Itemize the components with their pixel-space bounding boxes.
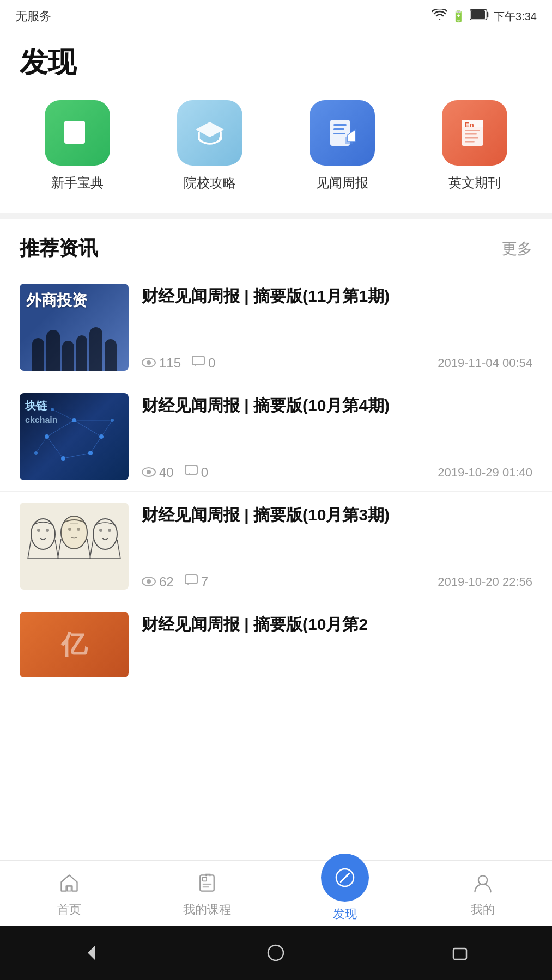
svg-rect-10 bbox=[333, 133, 345, 134]
news-thumbnail-1: 外商投资 bbox=[20, 284, 129, 371]
eye-icon-3 bbox=[142, 574, 156, 590]
eye-icon-2 bbox=[142, 465, 156, 480]
news-title-3: 财经见闻周报 | 摘要版(10月第3期) bbox=[142, 503, 532, 527]
news-item-2[interactable]: 块链ckchain bbox=[0, 382, 552, 492]
svg-line-38 bbox=[101, 420, 112, 437]
svg-point-74 bbox=[268, 945, 283, 960]
svg-rect-3 bbox=[69, 128, 74, 130]
news-item-3[interactable]: 财经见闻周报 | 摘要版(10月第3期) 62 bbox=[0, 492, 552, 601]
portrait-decoration bbox=[20, 503, 129, 590]
weekly-news-label: 见闻周报 bbox=[316, 174, 368, 192]
english-doc-icon: En bbox=[458, 117, 491, 149]
beginners-guide-label: 新手宝典 bbox=[51, 174, 104, 192]
svg-point-6 bbox=[219, 137, 222, 140]
svg-point-20 bbox=[147, 360, 151, 365]
news-stats-1: 115 0 bbox=[142, 356, 215, 371]
news-date-1: 2019-11-04 00:54 bbox=[438, 356, 532, 370]
svg-point-47 bbox=[46, 529, 49, 532]
my-label: 我的 bbox=[471, 902, 495, 918]
news-item-4[interactable]: 亿 财经见闻周报 | 摘要版(10月第2 bbox=[0, 601, 552, 677]
comments-count-2: 0 bbox=[201, 465, 208, 480]
nav-item-home[interactable]: 首页 bbox=[0, 869, 138, 918]
news-content-2: 财经见闻周报 | 摘要版(10月第4期) 40 bbox=[142, 393, 532, 480]
section-divider bbox=[0, 213, 552, 219]
svg-rect-64 bbox=[185, 575, 197, 584]
svg-rect-8 bbox=[333, 124, 347, 126]
svg-marker-73 bbox=[88, 945, 95, 960]
quick-item-beginners-guide[interactable]: 新手宝典 bbox=[45, 100, 110, 192]
quick-item-english-journal[interactable]: En 英文期刊 bbox=[442, 100, 507, 192]
svg-line-31 bbox=[74, 420, 101, 437]
my-icon bbox=[469, 869, 497, 897]
discover-icon bbox=[321, 854, 369, 902]
wifi-icon bbox=[432, 9, 447, 24]
svg-point-60 bbox=[108, 529, 111, 532]
news-content-4: 财经见闻周报 | 摘要版(10月第2 bbox=[142, 612, 532, 666]
svg-rect-17 bbox=[465, 137, 478, 139]
news-title-4: 财经见闻周报 | 摘要版(10月第2 bbox=[142, 612, 532, 636]
svg-line-50 bbox=[87, 539, 90, 559]
more-button[interactable]: 更多 bbox=[502, 238, 532, 259]
views-count-2: 40 bbox=[159, 465, 174, 480]
news-stats-3: 62 7 bbox=[142, 574, 208, 590]
news-title-2: 财经见闻周报 | 摘要版(10月第4期) bbox=[142, 393, 532, 418]
status-right: 🔋 下午3:34 bbox=[432, 9, 537, 24]
svg-rect-16 bbox=[465, 133, 477, 135]
home-label: 首页 bbox=[57, 902, 81, 918]
home-icon bbox=[55, 869, 83, 897]
discover-label: 发现 bbox=[333, 906, 357, 922]
svg-rect-41 bbox=[185, 465, 197, 474]
svg-rect-18 bbox=[465, 141, 475, 143]
recents-button[interactable] bbox=[448, 941, 472, 965]
recommended-title: 推荐资讯 bbox=[20, 235, 98, 262]
beginners-guide-icon-wrap bbox=[45, 100, 110, 166]
svg-marker-4 bbox=[196, 122, 224, 137]
my-courses-label: 我的课程 bbox=[183, 902, 231, 918]
svg-rect-67 bbox=[203, 877, 207, 881]
svg-point-71 bbox=[346, 874, 348, 877]
status-bar: 无服务 🔋 下午3:34 bbox=[0, 0, 552, 33]
svg-rect-15 bbox=[465, 130, 480, 131]
svg-line-44 bbox=[55, 540, 58, 559]
svg-point-59 bbox=[99, 529, 102, 532]
svg-line-56 bbox=[90, 540, 93, 559]
news-thumbnail-4: 亿 bbox=[20, 612, 129, 677]
comment-icon-3 bbox=[185, 574, 198, 590]
home-button[interactable] bbox=[264, 941, 288, 965]
news-meta-2: 40 0 2019-10-29 01:40 bbox=[142, 465, 532, 480]
school-guide-label: 院校攻略 bbox=[184, 174, 236, 192]
battery-icon bbox=[470, 9, 489, 23]
nav-item-discover[interactable]: 发现 bbox=[276, 865, 414, 922]
svg-line-32 bbox=[47, 437, 63, 458]
bottom-nav: 首页 我的课程 发现 bbox=[0, 860, 552, 926]
news-content-3: 财经见闻周报 | 摘要版(10月第3期) 62 bbox=[142, 503, 532, 590]
svg-point-46 bbox=[37, 529, 40, 532]
svg-line-49 bbox=[58, 539, 61, 559]
quick-item-school-guide[interactable]: 院校攻略 bbox=[177, 100, 242, 192]
nav-item-my-courses[interactable]: 我的课程 bbox=[138, 869, 276, 918]
news-date-3: 2019-10-20 22:56 bbox=[438, 575, 532, 589]
document-icon: ↑ bbox=[326, 117, 359, 149]
back-button[interactable] bbox=[80, 941, 104, 965]
news-meta-3: 62 7 2019-10-20 22:56 bbox=[142, 574, 532, 590]
graduation-icon bbox=[193, 117, 226, 149]
svg-line-57 bbox=[117, 540, 120, 559]
news-stats-2: 40 0 bbox=[142, 465, 208, 480]
news-item-1[interactable]: 外商投资 财经见闻周报 | 摘要版(11月第1期) bbox=[0, 273, 552, 382]
news-thumbnail-2: 块链ckchain bbox=[20, 393, 129, 480]
school-guide-icon-wrap bbox=[177, 100, 242, 166]
svg-point-55 bbox=[93, 519, 117, 549]
page-title: 发现 bbox=[0, 33, 552, 95]
views-count-3: 62 bbox=[159, 574, 174, 590]
no-service-label: 无服务 bbox=[15, 8, 51, 24]
nav-item-my[interactable]: 我的 bbox=[414, 869, 552, 918]
svg-text:En: En bbox=[465, 121, 474, 129]
quick-item-weekly-news[interactable]: ↑ 见闻周报 bbox=[310, 100, 375, 192]
book-icon bbox=[61, 117, 94, 149]
my-courses-icon bbox=[193, 869, 221, 897]
svg-rect-65 bbox=[67, 886, 71, 891]
svg-rect-75 bbox=[453, 948, 466, 959]
svg-point-63 bbox=[147, 579, 151, 584]
svg-line-34 bbox=[63, 453, 90, 458]
views-stat-1: 115 bbox=[142, 356, 181, 371]
